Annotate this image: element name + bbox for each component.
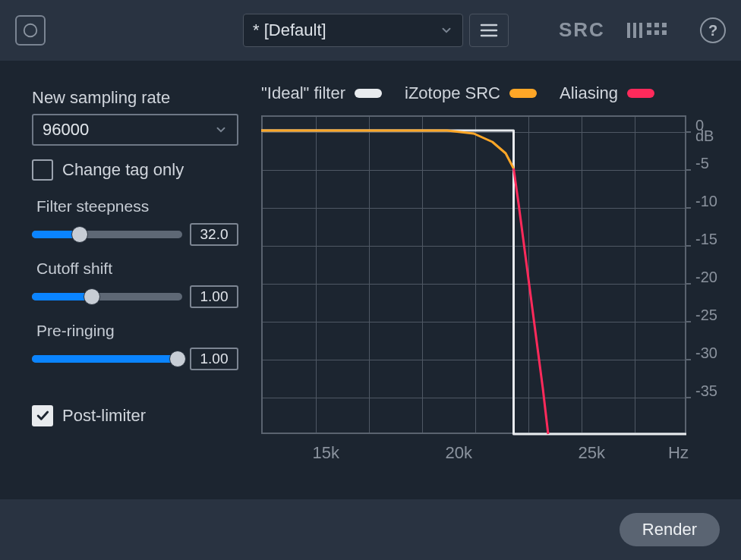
pre-ringing-label: Pre-ringing xyxy=(32,322,238,340)
svg-rect-9 xyxy=(654,23,659,27)
chart-panel: "Ideal" filter iZotope SRC Aliasing dB 0… xyxy=(261,83,717,493)
pre-ringing-value[interactable]: 1.00 xyxy=(190,348,238,370)
x-tick-label: 15k xyxy=(313,443,339,463)
sampling-rate-dropdown[interactable]: 96000 xyxy=(32,114,238,146)
pre-ringing-slider[interactable] xyxy=(32,355,182,363)
svg-point-0 xyxy=(24,24,37,37)
svg-rect-10 xyxy=(662,23,667,27)
render-button[interactable]: Render xyxy=(620,513,720,546)
pre-ringing-group: Pre-ringing 1.00 xyxy=(32,322,238,370)
help-button[interactable]: ? xyxy=(700,17,726,43)
preset-label: * [Default] xyxy=(253,20,326,40)
preset-dropdown[interactable]: * [Default] xyxy=(243,14,463,47)
post-limiter-label: Post-limiter xyxy=(62,406,146,426)
filter-steepness-label: Filter steepness xyxy=(32,197,238,216)
post-limiter-checkbox[interactable] xyxy=(32,405,53,426)
legend-ideal-label: "Ideal" filter xyxy=(261,83,345,103)
controls-panel: New sampling rate 96000 Change tag only … xyxy=(32,83,238,493)
svg-rect-7 xyxy=(639,23,642,38)
legend-ideal-swatch xyxy=(355,89,382,98)
preset-menu-button[interactable] xyxy=(469,14,509,47)
change-tag-only-label: Change tag only xyxy=(62,160,184,180)
post-limiter-row: Post-limiter xyxy=(32,405,238,426)
svg-rect-12 xyxy=(654,30,659,35)
main-content: New sampling rate 96000 Change tag only … xyxy=(0,61,741,493)
cutoff-shift-slider[interactable] xyxy=(32,293,182,300)
y-tick-label: -20 xyxy=(695,269,717,286)
y-tick-label: -5 xyxy=(695,155,709,172)
cutoff-shift-value[interactable]: 1.00 xyxy=(190,285,238,308)
legend-izotope-swatch xyxy=(509,89,537,98)
svg-text:SRC: SRC xyxy=(559,20,605,41)
chart-legend: "Ideal" filter iZotope SRC Aliasing xyxy=(261,83,717,103)
svg-rect-11 xyxy=(647,30,651,35)
chevron-down-icon xyxy=(214,123,228,137)
svg-rect-5 xyxy=(627,23,630,38)
topbar: * [Default] SRC xyxy=(0,0,741,61)
svg-rect-8 xyxy=(647,23,651,27)
chart-lines xyxy=(261,115,686,434)
preset-select-group: * [Default] xyxy=(243,14,509,47)
hamburger-icon xyxy=(479,23,499,38)
change-tag-only-row: Change tag only xyxy=(32,159,238,181)
x-axis-unit: Hz xyxy=(668,443,689,463)
y-tick-label: 0 xyxy=(695,117,704,134)
footer: Render xyxy=(0,499,741,560)
y-tick-label: -25 xyxy=(695,307,717,324)
sampling-rate-label: New sampling rate xyxy=(32,88,238,108)
y-tick-label: -15 xyxy=(695,231,717,248)
filter-steepness-group: Filter steepness 32.0 xyxy=(32,197,238,246)
chart: dB 0-5-10-15-20-25-30-35 15k20k25k Hz xyxy=(261,115,717,480)
help-icon: ? xyxy=(708,22,717,39)
power-button[interactable] xyxy=(15,15,46,46)
sampling-rate-value: 96000 xyxy=(43,120,89,140)
x-tick-label: 25k xyxy=(579,443,605,463)
x-tick-label: 20k xyxy=(446,443,472,463)
chevron-down-icon xyxy=(440,24,453,37)
change-tag-only-checkbox[interactable] xyxy=(32,159,53,181)
cutoff-shift-group: Cutoff shift 1.00 xyxy=(32,260,238,308)
cutoff-shift-label: Cutoff shift xyxy=(32,260,238,278)
y-tick-label: -30 xyxy=(695,344,717,362)
y-tick-label: -10 xyxy=(695,193,717,210)
filter-steepness-slider[interactable] xyxy=(32,231,182,238)
y-tick-label: -35 xyxy=(695,382,717,400)
legend-izotope-label: iZotope SRC xyxy=(405,83,500,103)
legend-aliasing-swatch xyxy=(627,89,654,98)
svg-rect-6 xyxy=(633,23,636,38)
brand-logo: SRC xyxy=(559,20,680,41)
filter-steepness-value[interactable]: 32.0 xyxy=(190,223,238,246)
svg-rect-13 xyxy=(662,30,667,35)
legend-aliasing-label: Aliasing xyxy=(560,83,618,103)
